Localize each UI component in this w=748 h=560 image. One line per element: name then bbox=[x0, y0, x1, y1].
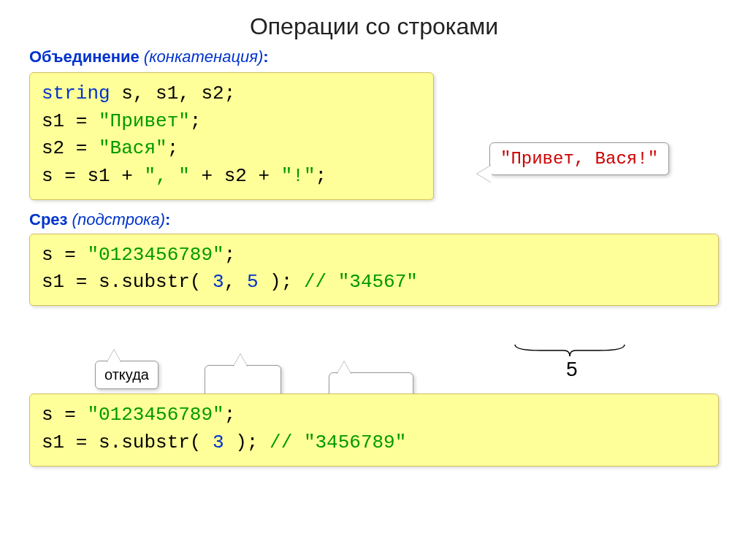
callout-tail bbox=[107, 350, 121, 363]
code-box-3: s = "0123456789"; s1 = s.substr( 3 ); //… bbox=[29, 394, 719, 466]
section2-italic: (подстрока) bbox=[68, 210, 166, 229]
page-title: Операции со строками bbox=[0, 13, 748, 40]
brace-label: 5 bbox=[566, 358, 578, 381]
code-line: string s, s1, s2; bbox=[42, 80, 421, 108]
section1-colon: : bbox=[263, 47, 268, 66]
code-line: s1 = "Привет"; bbox=[42, 108, 421, 136]
code-box-2: s = "0123456789"; s1 = s.substr( 3, 5 );… bbox=[29, 234, 719, 306]
code-line: s = "0123456789"; bbox=[42, 242, 706, 269]
callout-tail bbox=[477, 165, 492, 183]
code-line: s1 = s.substr( 3 ); // "3456789" bbox=[42, 429, 706, 457]
callout-tail bbox=[233, 354, 248, 367]
code-line: s2 = "Вася"; bbox=[42, 135, 421, 163]
code-line: s = s1 + ", " + s2 + "!"; bbox=[42, 163, 421, 191]
section1-italic: (конкатенация) bbox=[140, 47, 264, 66]
section2-bold: Срез bbox=[29, 210, 68, 229]
section1-bold: Объединение bbox=[29, 47, 140, 66]
brace bbox=[511, 343, 628, 358]
code-line: s = "0123456789"; bbox=[42, 402, 706, 429]
callout-tail bbox=[337, 361, 351, 375]
section2-label: Срез (подстрока): bbox=[29, 210, 748, 229]
callout-result: "Привет, Вася!" bbox=[489, 142, 669, 175]
code-line: s1 = s.substr( 3, 5 ); // "34567" bbox=[42, 269, 706, 296]
section1-label: Объединение (конкатенация): bbox=[29, 47, 748, 66]
code-box-1: string s, s1, s2; s1 = "Привет"; s2 = "В… bbox=[29, 72, 434, 200]
section2-colon: : bbox=[165, 210, 170, 229]
callout-from: откуда bbox=[95, 361, 159, 389]
